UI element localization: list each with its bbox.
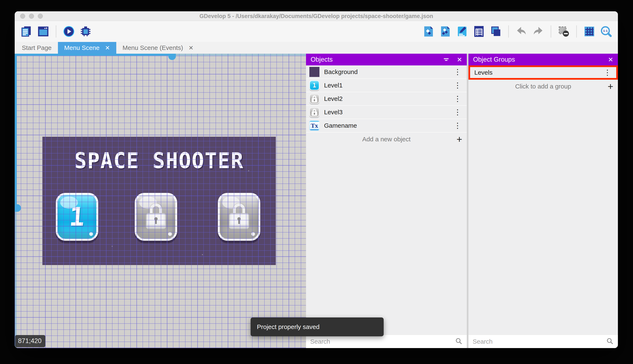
vertical-scrollbar-handle[interactable]	[15, 204, 21, 212]
filter-icon[interactable]	[443, 56, 450, 63]
object-name: Background	[324, 68, 452, 76]
kebab-menu-icon[interactable]: ⋮	[601, 69, 613, 76]
objects-editor-icon[interactable]	[422, 25, 435, 38]
tab-label: Start Page	[22, 44, 52, 51]
window-mask-icon[interactable]	[557, 25, 570, 38]
lock-icon	[145, 204, 167, 230]
level1-button-object[interactable]: 1	[56, 193, 98, 241]
object-row-gamename[interactable]: Tx Gamename ⋮	[306, 119, 467, 132]
tab-label: Menu Scene (Events)	[123, 44, 183, 51]
kebab-menu-icon[interactable]: ⋮	[452, 95, 463, 102]
search-icon[interactable]	[606, 337, 614, 346]
toolbar-divider	[551, 25, 551, 38]
add-group-label: Click to add a group	[515, 83, 571, 90]
window-title: GDevelop 5 - /Users/dkarakay/Documents/G…	[15, 11, 618, 21]
lock-icon	[228, 204, 250, 230]
redo-icon[interactable]	[532, 25, 544, 38]
object-row-level2[interactable]: Level2 ⋮	[306, 92, 467, 106]
play-preview-icon[interactable]	[63, 25, 75, 38]
debug-icon[interactable]	[79, 25, 92, 38]
gdevelop-window: GDevelop 5 - /Users/dkarakay/Documents/G…	[15, 11, 618, 348]
svg-text:1:1: 1:1	[603, 29, 608, 32]
objects-panel-header: Objects ✕	[306, 54, 467, 66]
toolbar-right-group: 1:1	[422, 25, 612, 38]
kebab-menu-icon[interactable]: ⋮	[452, 122, 463, 129]
close-icon[interactable]: ✕	[608, 56, 613, 63]
project-manager-icon[interactable]	[20, 25, 33, 38]
groups-search-bar	[468, 335, 618, 348]
close-icon[interactable]: ✕	[105, 44, 110, 51]
layers-icon[interactable]	[489, 25, 502, 38]
add-group-button[interactable]: Click to add a group +	[468, 80, 618, 93]
cursor-coordinates-badge: 871;420	[15, 335, 45, 347]
level1-number: 1	[68, 202, 86, 232]
scene-title-text[interactable]: SPACE SHOOTER	[24, 148, 294, 174]
tab-start-page[interactable]: Start Page	[16, 42, 58, 54]
panel-divider[interactable]	[467, 54, 468, 348]
horizontal-scrollbar-handle[interactable]	[168, 54, 176, 60]
toolbar-left-group	[20, 25, 92, 38]
object-name: Level3	[324, 108, 452, 116]
groups-search-input[interactable]	[473, 338, 606, 345]
objects-panel-empty-space	[306, 146, 467, 335]
close-icon[interactable]: ✕	[188, 44, 193, 51]
toolbar-divider	[56, 25, 56, 38]
instances-list-icon[interactable]	[473, 25, 485, 38]
objects-search-input[interactable]	[310, 338, 455, 345]
toast-message: Project properly saved	[257, 323, 320, 330]
toolbar-divider	[508, 25, 509, 38]
main-area: SPACE SHOOTER 1	[15, 54, 618, 348]
properties-icon[interactable]	[456, 25, 468, 38]
level2-button-object[interactable]	[135, 193, 177, 241]
object-groups-panel: Object Groups ✕ Levels ⋮ Click to add a …	[468, 54, 618, 348]
scene-background-object[interactable]: SPACE SHOOTER 1	[42, 137, 276, 265]
object-row-background[interactable]: Background ⋮	[306, 66, 467, 79]
level3-thumbnail-icon	[309, 107, 320, 117]
tab-menu-scene[interactable]: Menu Scene ✕	[58, 42, 116, 54]
plus-icon[interactable]: +	[607, 82, 613, 91]
scene-editor-canvas[interactable]: SPACE SHOOTER 1	[15, 54, 306, 348]
tab-menu-scene-events[interactable]: Menu Scene (Events) ✕	[116, 42, 200, 54]
object-name: Gamename	[324, 122, 452, 129]
kebab-menu-icon[interactable]: ⋮	[452, 82, 463, 89]
group-name: Levels	[474, 69, 601, 76]
object-row-level3[interactable]: Level3 ⋮	[306, 106, 467, 119]
tab-label: Menu Scene	[64, 44, 100, 51]
add-object-button[interactable]: Add a new object +	[306, 132, 467, 146]
object-name: Level2	[324, 95, 452, 102]
objects-panel: Objects ✕ Background ⋮ 1 Level1 ⋮	[306, 54, 467, 348]
plus-icon[interactable]: +	[457, 134, 462, 144]
add-object-label: Add a new object	[362, 136, 411, 143]
level1-thumbnail-icon: 1	[309, 80, 320, 90]
groups-panel-empty-space	[468, 93, 618, 335]
scene-window-icon[interactable]	[37, 25, 50, 38]
object-groups-panel-header: Object Groups ✕	[468, 54, 618, 66]
close-icon[interactable]: ✕	[457, 56, 462, 63]
horizontal-scrollbar-thumb[interactable]	[15, 54, 172, 56]
objects-search-bar	[306, 335, 467, 348]
kebab-menu-icon[interactable]: ⋮	[452, 68, 463, 76]
kebab-menu-icon[interactable]: ⋮	[452, 108, 463, 116]
save-toast: Project properly saved	[251, 318, 384, 336]
object-groups-editor-icon[interactable]	[439, 25, 452, 38]
toolbar-divider	[576, 25, 577, 38]
zoom-1to1-icon[interactable]: 1:1	[600, 25, 612, 38]
title-bar: GDevelop 5 - /Users/dkarakay/Documents/G…	[15, 11, 618, 21]
objects-panel-title: Objects	[311, 56, 436, 63]
grid-icon[interactable]	[583, 25, 596, 38]
undo-icon[interactable]	[515, 25, 528, 38]
object-groups-panel-title: Object Groups	[473, 56, 601, 63]
vertical-scrollbar-thumb[interactable]	[15, 54, 17, 208]
object-name: Level1	[324, 82, 452, 89]
level3-button-object[interactable]	[218, 193, 260, 241]
group-row-levels[interactable]: Levels ⋮	[468, 66, 618, 80]
background-thumbnail-icon	[309, 67, 320, 77]
main-toolbar: 1:1	[15, 21, 618, 42]
text-object-thumbnail-icon: Tx	[309, 120, 320, 131]
object-row-level1[interactable]: 1 Level1 ⋮	[306, 79, 467, 92]
editor-tabbar: Start Page Menu Scene ✕ Menu Scene (Even…	[15, 42, 618, 54]
level2-thumbnail-icon	[309, 94, 320, 104]
search-icon[interactable]	[455, 337, 463, 346]
